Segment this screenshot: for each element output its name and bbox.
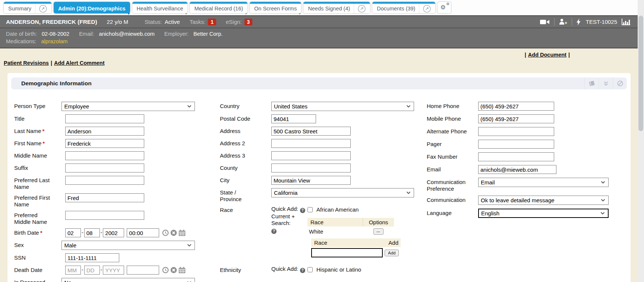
tab-settings-button[interactable]: ⚙ ⚙ <box>438 2 451 13</box>
home-phone-input[interactable] <box>478 102 554 111</box>
tab-needs-signed[interactable]: Needs Signed (4) ↗ <box>303 2 370 13</box>
status-label: Status: <box>145 19 162 25</box>
fax-number-input[interactable] <box>478 152 554 161</box>
audit-log-button[interactable] <box>584 77 599 89</box>
disable-panel-button[interactable] <box>613 77 627 89</box>
ssn-input[interactable] <box>65 253 119 262</box>
death-time-input[interactable] <box>127 266 159 275</box>
city-input[interactable] <box>271 176 351 185</box>
clear-date-icon[interactable] <box>170 267 177 273</box>
bar-chart-icon[interactable] <box>622 19 631 25</box>
state-select[interactable]: California <box>271 188 414 197</box>
help-icon[interactable]: ? <box>300 268 305 273</box>
tasks-count-badge[interactable]: 1 <box>208 19 216 25</box>
title-input[interactable] <box>65 114 144 123</box>
video-call-icon[interactable] <box>540 19 550 25</box>
person-type-select[interactable]: Employee <box>61 102 195 111</box>
preferred-middle-name-row: Preferred Middle Name <box>14 211 195 225</box>
clock-icon[interactable] <box>162 267 169 273</box>
death-date-row: Death Date - - <box>14 266 195 275</box>
documents-popout-button[interactable]: ↗ <box>419 4 431 13</box>
tab-on-screen-forms[interactable]: On Screen Forms <box>250 2 301 13</box>
african-american-checkbox[interactable] <box>307 207 313 212</box>
address3-row: Address 3 <box>220 151 423 160</box>
death-year-input[interactable] <box>103 266 124 275</box>
calendar-icon[interactable] <box>179 267 186 273</box>
add-person-icon[interactable] <box>559 19 567 25</box>
summary-popout-button[interactable]: ↗ <box>35 4 47 13</box>
alternate-phone-input[interactable] <box>478 127 554 136</box>
patient-revisions-link[interactable]: Patient Revisions <box>4 60 49 66</box>
suffix-input[interactable] <box>65 164 144 172</box>
communication-select[interactable]: Ok to leave detailed message <box>478 196 609 205</box>
address3-input[interactable] <box>271 151 351 160</box>
add-document-link[interactable]: Add Document <box>528 52 566 58</box>
birth-time-input[interactable] <box>127 228 159 237</box>
patient-id: TEST-10025 <box>586 19 617 25</box>
hispanic-latino-checkbox[interactable] <box>307 267 313 272</box>
address2-input[interactable] <box>271 139 351 148</box>
panel-title: Demographic Information <box>11 80 92 87</box>
birth-month-input[interactable] <box>65 228 81 237</box>
preferred-first-name-input[interactable] <box>65 193 144 202</box>
clock-icon[interactable] <box>162 229 169 236</box>
clear-date-icon[interactable] <box>170 229 177 236</box>
tab-medical-record[interactable]: Medical Record (16) <box>190 2 247 13</box>
tab-health-label: Health Surveillance <box>137 6 183 12</box>
tab-health-surveillance[interactable]: Health Surveillance <box>132 2 188 13</box>
communication-row: Communication Ok to leave detailed messa… <box>427 196 630 205</box>
form-column-contact: Home Phone Mobile Phone Alternate Phone … <box>427 102 630 222</box>
preferred-middle-name-input[interactable] <box>65 211 144 220</box>
sex-select[interactable]: Male <box>61 241 195 250</box>
tab-admin-demographics[interactable]: Admin (20):Demographics <box>54 2 130 13</box>
add-alert-comment-link[interactable]: Add Alert Comment <box>54 60 105 66</box>
form-column-address: Country United States Postal Code Addres… <box>220 102 423 281</box>
death-month-input[interactable] <box>65 266 81 275</box>
communication-preference-select[interactable]: Email <box>478 178 609 187</box>
preferred-last-name-input[interactable] <box>65 176 144 185</box>
add-race-button[interactable]: Add <box>385 250 399 256</box>
address-row: Address <box>220 127 423 136</box>
first-name-row: First Name* <box>14 139 195 148</box>
language-select[interactable]: English <box>478 209 609 218</box>
birth-day-input[interactable] <box>84 228 100 237</box>
birth-year-input[interactable] <box>103 228 124 237</box>
separator: | <box>525 52 526 58</box>
is-deceased-select[interactable]: No <box>61 278 195 282</box>
postal-code-input[interactable] <box>271 114 316 123</box>
tab-summary[interactable]: Summary ↗ <box>4 2 51 13</box>
mobile-phone-input[interactable] <box>478 114 554 123</box>
hispanic-latino-label: Hispanic or Latino <box>316 266 361 273</box>
remove-race-button[interactable]: — <box>373 228 383 235</box>
email-input[interactable] <box>478 165 556 174</box>
address-input[interactable] <box>271 127 351 136</box>
title-row: Title <box>14 114 195 123</box>
collapse-panel-button[interactable] <box>599 77 613 89</box>
calendar-icon[interactable] <box>179 229 186 236</box>
help-icon[interactable]: ? <box>300 208 305 213</box>
scrollbar-thumb[interactable] <box>638 16 643 131</box>
county-input[interactable] <box>271 164 351 172</box>
esign-count-badge[interactable]: 3 <box>244 19 253 25</box>
middle-name-input[interactable] <box>65 151 144 160</box>
person-type-row: Person Type Employee <box>14 102 195 111</box>
first-name-input[interactable] <box>65 139 144 148</box>
needs-signed-popout-button[interactable]: ↗ <box>354 4 366 13</box>
date-separator: - <box>82 229 83 235</box>
tab-documents[interactable]: Documents (39) ↗ <box>372 2 435 13</box>
race-search-input[interactable] <box>311 248 383 257</box>
lightning-icon[interactable] <box>577 19 581 25</box>
medication-link[interactable]: alprazolam <box>41 38 67 44</box>
pager-input[interactable] <box>478 140 554 149</box>
page-scrollbar[interactable] <box>638 0 644 282</box>
is-deceased-row: Is Deceased No <box>14 278 195 282</box>
death-day-input[interactable] <box>84 266 100 275</box>
last-name-input[interactable] <box>65 127 144 136</box>
tab-onscreen-label: On Screen Forms <box>254 6 297 12</box>
country-select[interactable]: United States <box>271 102 414 111</box>
help-icon[interactable]: ? <box>271 229 277 234</box>
date-separator: - <box>101 229 102 235</box>
home-phone-row: Home Phone <box>427 102 630 111</box>
dob-value: 02-08-2002 <box>42 31 69 37</box>
last-name-row: Last Name* <box>14 127 195 136</box>
